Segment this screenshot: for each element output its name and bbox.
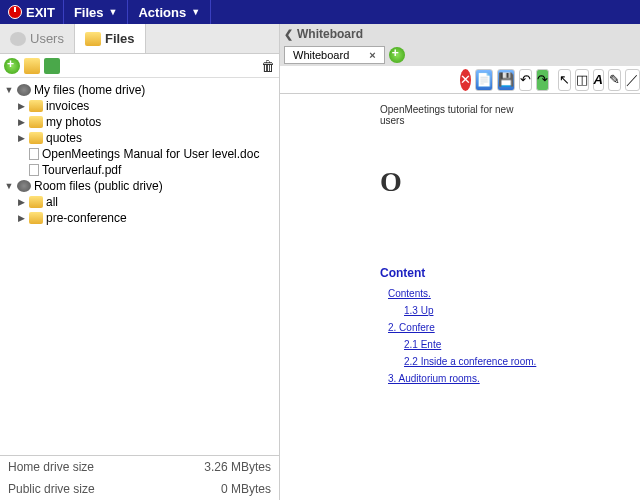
tree-room-drive[interactable]: ▼ Room files (public drive) xyxy=(0,178,279,194)
pencil-tool-icon[interactable]: ✎ xyxy=(608,69,621,91)
add-whiteboard-button[interactable] xyxy=(389,47,405,63)
files-toolbar: 🗑 xyxy=(0,54,279,78)
add-button[interactable] xyxy=(4,58,20,74)
users-icon xyxy=(10,32,26,46)
home-size-value: 3.26 MBytes xyxy=(204,460,271,474)
folder-icon xyxy=(29,196,43,208)
whiteboard-toolbar: ✕ 📄 💾 ↶ ↷ ↖ ◫ A ✎ ／ xyxy=(280,66,640,94)
close-icon[interactable]: × xyxy=(369,49,375,61)
chevron-down-icon: ▼ xyxy=(191,7,200,17)
doc-tool-icon[interactable]: 📄 xyxy=(475,69,493,91)
drive-icon xyxy=(17,84,31,96)
whiteboard-tab[interactable]: Whiteboard × xyxy=(284,46,385,64)
file-icon xyxy=(29,164,39,176)
exit-button[interactable]: EXIT xyxy=(0,0,64,24)
tab-users[interactable]: Users xyxy=(0,24,75,53)
document-area: OpenMeetings tutorial for new users O Co… xyxy=(280,94,640,400)
actions-menu[interactable]: Actions▼ xyxy=(128,0,211,24)
drive-sizes: Home drive size3.26 MBytes Public drive … xyxy=(0,455,279,500)
doc-link[interactable]: 1.3 Up xyxy=(404,305,540,316)
doc-title: O xyxy=(380,166,540,198)
doc-link[interactable]: 2. Confere xyxy=(388,322,540,333)
collapse-icon: ▼ xyxy=(4,85,14,95)
folder-icon xyxy=(29,132,43,144)
file-icon xyxy=(29,148,39,160)
refresh-button[interactable] xyxy=(44,58,60,74)
file-tree: ▼ My files (home drive) ▶invoices ▶my ph… xyxy=(0,78,279,455)
tree-file-manual[interactable]: OpenMeetings Manual for User level.doc xyxy=(0,146,279,162)
text-tool-icon[interactable]: A xyxy=(593,69,604,91)
exit-label: EXIT xyxy=(26,5,55,20)
save-tool-icon[interactable]: 💾 xyxy=(497,69,515,91)
public-size-value: 0 MBytes xyxy=(221,482,271,496)
doc-link[interactable]: Contents. xyxy=(388,288,540,299)
whiteboard-header[interactable]: ❮ Whiteboard xyxy=(280,24,640,44)
redo-tool-icon[interactable]: ↷ xyxy=(536,69,549,91)
doc-link[interactable]: 2.2 Inside a conference room. xyxy=(404,356,540,367)
drive-icon xyxy=(17,180,31,192)
select-tool-icon[interactable]: ◫ xyxy=(575,69,589,91)
tree-folder-photos[interactable]: ▶my photos xyxy=(0,114,279,130)
public-size-label: Public drive size xyxy=(8,482,95,496)
folder-icon xyxy=(29,116,43,128)
folder-icon xyxy=(85,32,101,46)
undo-tool-icon[interactable]: ↶ xyxy=(519,69,532,91)
tree-folder-all[interactable]: ▶all xyxy=(0,194,279,210)
tree-file-tour[interactable]: Tourverlauf.pdf xyxy=(0,162,279,178)
doc-heading-contents: Content xyxy=(380,266,540,280)
files-menu[interactable]: Files▼ xyxy=(64,0,129,24)
tree-folder-preconf[interactable]: ▶pre-conference xyxy=(0,210,279,226)
doc-link[interactable]: 3. Auditorium rooms. xyxy=(388,373,540,384)
left-panel: Users Files 🗑 ▼ My files (home drive) ▶i… xyxy=(0,24,280,500)
folder-icon xyxy=(29,212,43,224)
tab-files[interactable]: Files xyxy=(75,24,146,53)
power-icon xyxy=(8,5,22,19)
home-size-label: Home drive size xyxy=(8,460,94,474)
tree-home-drive[interactable]: ▼ My files (home drive) xyxy=(0,82,279,98)
doc-caption: OpenMeetings tutorial for new users xyxy=(380,104,540,126)
tree-folder-invoices[interactable]: ▶invoices xyxy=(0,98,279,114)
line-tool-icon[interactable]: ／ xyxy=(625,69,640,91)
new-folder-button[interactable] xyxy=(24,58,40,74)
pointer-tool-icon[interactable]: ↖ xyxy=(558,69,571,91)
chevron-down-icon: ▼ xyxy=(109,7,118,17)
folder-icon xyxy=(29,100,43,112)
collapse-icon: ▼ xyxy=(4,181,14,191)
trash-icon[interactable]: 🗑 xyxy=(261,58,275,74)
tree-folder-quotes[interactable]: ▶quotes xyxy=(0,130,279,146)
chevron-left-icon: ❮ xyxy=(284,28,293,41)
doc-link[interactable]: 2.1 Ente xyxy=(404,339,540,350)
delete-tool-icon[interactable]: ✕ xyxy=(460,69,471,91)
whiteboard-panel: ❮ Whiteboard Whiteboard × ✕ 📄 💾 ↶ ↷ ↖ ◫ … xyxy=(280,24,640,500)
top-menu-bar: EXIT Files▼ Actions▼ xyxy=(0,0,640,24)
